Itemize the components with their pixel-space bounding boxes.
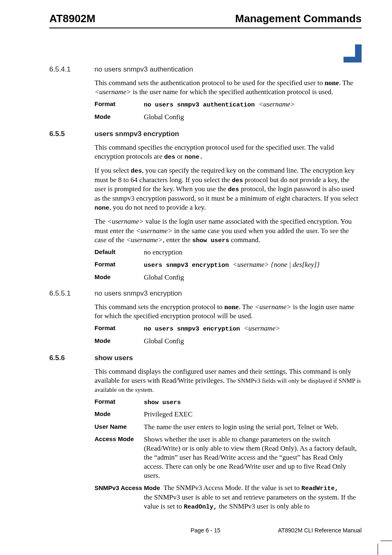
svg-rect-1 xyxy=(344,57,362,62)
format-label: Format xyxy=(95,100,144,109)
corner-decor-icon xyxy=(344,44,362,64)
mode-value: Privileged EXEC xyxy=(144,410,362,419)
mode-label: Mode xyxy=(95,337,144,346)
paragraph: If you select des, you can specify the r… xyxy=(95,166,362,212)
mode-label: Mode xyxy=(95,113,144,122)
section-title: show users xyxy=(95,354,133,362)
section-number: 6.5.6 xyxy=(49,354,95,362)
section-title: no users snmpv3 encryption xyxy=(95,289,182,298)
paragraph: This command sets the authentication pro… xyxy=(95,79,362,97)
default-label: Default xyxy=(95,248,144,257)
footer-manual: AT8902M CLI Reference Manual xyxy=(220,527,362,534)
format-value: no users snmpv3 authentication <username… xyxy=(144,100,362,109)
svg-rect-0 xyxy=(355,44,362,57)
paragraph: This command specifies the encryption pr… xyxy=(95,143,362,162)
mode-label: Mode xyxy=(95,410,144,419)
section-title: users snmpv3 encryption xyxy=(95,130,179,138)
accessmode-label: Access Mode xyxy=(95,435,144,480)
format-value: show users xyxy=(144,398,362,407)
crop-mark-icon xyxy=(378,543,378,555)
crop-mark-icon xyxy=(380,541,392,541)
paragraph: This command sets the encryption protoco… xyxy=(95,303,362,321)
mode-value: Global Config xyxy=(144,337,362,346)
format-value: users snmpv3 encryption <username> {none… xyxy=(144,260,362,270)
username-value: The name the user enters to login using … xyxy=(144,423,362,432)
accessmode-value: Shows whether the user is able to change… xyxy=(144,435,362,480)
header-right: Management Commands xyxy=(235,12,362,25)
username-label: User Name xyxy=(95,423,144,432)
paragraph: This command displays the configured use… xyxy=(95,367,362,394)
footer-page: Page 6 - 15 xyxy=(191,527,220,534)
default-value: no encryption xyxy=(144,248,362,257)
format-value: no users snmpv3 encryption <username> xyxy=(144,324,362,333)
header-left: AT8902M xyxy=(49,12,95,25)
format-label: Format xyxy=(95,324,144,333)
section-number: 6.5.5.1 xyxy=(49,289,95,298)
mode-value: Global Config xyxy=(144,113,362,122)
page-footer: Page 6 - 15 AT8902M CLI Reference Manual xyxy=(49,527,362,534)
section-number: 6.5.5 xyxy=(49,130,95,138)
page-header: AT8902M Management Commands xyxy=(49,12,362,28)
mode-label: Mode xyxy=(95,273,144,282)
snmpv3-access-value: SNMPv3 Access Mode The SNMPv3 Access Mod… xyxy=(95,483,362,511)
format-label: Format xyxy=(95,398,144,407)
format-label: Format xyxy=(95,260,144,270)
paragraph: The <username> value is the login user n… xyxy=(95,217,362,245)
section-title: no users snmpv3 authentication xyxy=(95,65,193,74)
section-number: 6.5.4.1 xyxy=(49,65,95,74)
mode-value: Global Config xyxy=(144,273,362,282)
